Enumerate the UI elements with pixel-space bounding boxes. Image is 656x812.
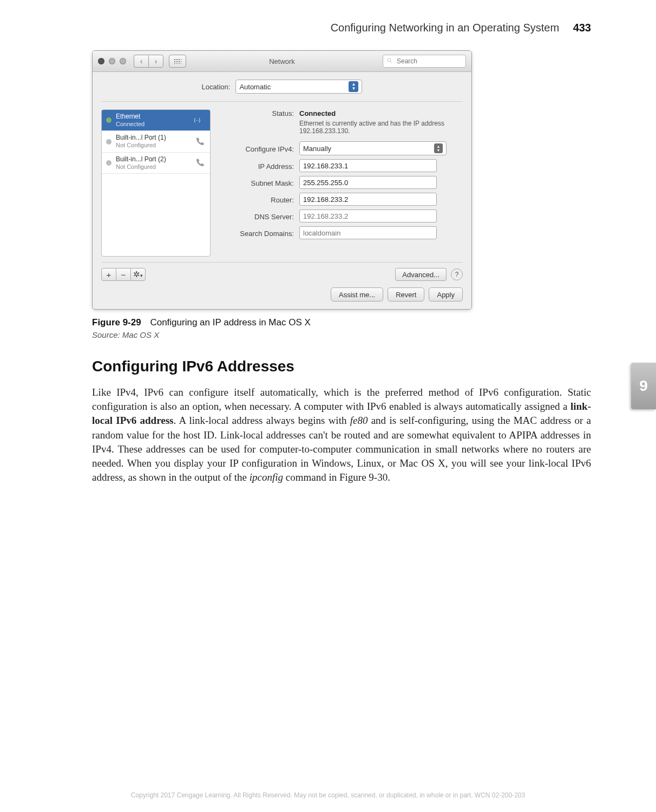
maximize-icon[interactable] xyxy=(120,58,126,64)
traffic-lights xyxy=(98,58,126,64)
chevron-updown-icon: ▲▼ xyxy=(349,81,358,92)
subnet-mask-input[interactable] xyxy=(299,176,437,189)
bottom-buttons: Assist me... Revert Apply xyxy=(93,287,471,309)
router-input[interactable] xyxy=(299,193,437,206)
chapter-tab: 9 xyxy=(631,363,656,409)
body-paragraph: Like IPv4, IPv6 can configure itself aut… xyxy=(92,385,591,485)
sidebar-item-label: Built-in...l Port (1) xyxy=(116,134,189,142)
svg-line-1 xyxy=(390,61,392,63)
sidebar-item-label: Ethernet xyxy=(116,113,189,121)
status-dot-icon xyxy=(106,139,111,145)
window-content: Location: Automatic ▲▼ Ethernet Connec xyxy=(93,72,471,287)
location-label: Location: xyxy=(202,83,231,91)
running-title: Configuring Networking in an Operating S… xyxy=(331,22,559,34)
section-heading: Configuring IPv6 Addresses xyxy=(92,358,591,375)
revert-button[interactable]: Revert xyxy=(388,287,424,302)
search-field-wrap[interactable] xyxy=(383,55,466,68)
grid-icon xyxy=(174,58,181,64)
ip-address-label: IP Address: xyxy=(218,161,299,171)
configure-ipv4-label: Configure IPv4: xyxy=(218,143,299,153)
apply-button[interactable]: Apply xyxy=(429,287,463,302)
close-icon[interactable] xyxy=(98,58,104,64)
window-titlebar: ‹ › Network xyxy=(93,51,471,72)
sidebar-item-status: Not Configured xyxy=(116,163,189,171)
body-span: Like IPv4, IPv6 can configure itself aut… xyxy=(92,387,591,412)
minus-icon: − xyxy=(121,270,126,279)
status-dot-icon xyxy=(106,117,111,123)
columns: Ethernet Connected ⟨··⟩ Built-in...l Por… xyxy=(101,109,463,257)
figure-label: Figure 9-29 xyxy=(92,317,141,328)
dns-server-label: DNS Server: xyxy=(218,211,299,221)
search-input[interactable] xyxy=(396,57,462,66)
term-fe80: fe80 xyxy=(350,415,368,426)
interface-details: Status: Connected Ethernet is currently … xyxy=(218,109,463,257)
sidebar-item-serial-port-2[interactable]: Built-in...l Port (2) Not Configured xyxy=(102,153,210,174)
svg-text:⟨··⟩: ⟨··⟩ xyxy=(194,118,201,123)
copyright-notice: Copyright 2017 Cengage Learning. All Rig… xyxy=(0,791,656,799)
assist-me-button[interactable]: Assist me... xyxy=(331,287,383,302)
configure-ipv4-value: Manually xyxy=(303,145,331,153)
sidebar-item-serial-port-1[interactable]: Built-in...l Port (1) Not Configured xyxy=(102,131,210,152)
figure-caption: Figure 9-29 Configuring an IP address in… xyxy=(92,317,591,328)
interface-sidebar: Ethernet Connected ⟨··⟩ Built-in...l Por… xyxy=(101,109,211,257)
running-head: Configuring Networking in an Operating S… xyxy=(92,22,591,34)
body-span: command in Figure 9-30. xyxy=(283,472,390,483)
chevron-updown-icon: ▲▼ xyxy=(434,143,443,153)
footer-row: + − ✲▾ Advanced... ? xyxy=(101,262,463,281)
plus-icon: + xyxy=(107,270,111,279)
show-all-button[interactable] xyxy=(169,55,186,68)
term-ipconfig: ipconfig xyxy=(250,472,283,483)
location-value: Automatic xyxy=(239,83,271,91)
chevron-right-icon: › xyxy=(155,57,158,66)
advanced-button[interactable]: Advanced... xyxy=(395,268,447,281)
ethernet-icon: ⟨··⟩ xyxy=(194,114,206,126)
dns-server-input[interactable] xyxy=(299,209,437,222)
network-preferences-window: ‹ › Network Locat xyxy=(92,50,472,310)
figure-source: Source: Mac OS X xyxy=(92,330,591,339)
chapter-number: 9 xyxy=(639,377,648,395)
svg-point-0 xyxy=(388,58,391,62)
status-label: Status: xyxy=(218,109,299,117)
search-domains-input[interactable] xyxy=(299,226,437,239)
nav-buttons: ‹ › xyxy=(134,55,163,68)
phone-icon xyxy=(194,136,206,148)
back-button[interactable]: ‹ xyxy=(134,55,148,68)
chevron-left-icon: ‹ xyxy=(140,57,143,66)
status-subtext: Ethernet is currently active and has the… xyxy=(299,120,451,135)
remove-interface-button[interactable]: − xyxy=(116,268,130,281)
phone-icon xyxy=(194,157,206,169)
body-span: . A link-local address always begins wit… xyxy=(173,415,350,426)
status-value: Connected xyxy=(299,109,463,117)
location-row: Location: Automatic ▲▼ xyxy=(101,80,463,102)
subnet-mask-label: Subnet Mask: xyxy=(218,178,299,187)
add-interface-button[interactable]: + xyxy=(101,268,116,281)
interface-actions-button[interactable]: ✲▾ xyxy=(130,268,146,281)
sidebar-item-ethernet[interactable]: Ethernet Connected ⟨··⟩ xyxy=(102,110,210,131)
sidebar-item-label: Built-in...l Port (2) xyxy=(116,156,189,163)
help-button[interactable]: ? xyxy=(451,269,463,280)
search-domains-label: Search Domains: xyxy=(218,228,299,238)
page-number: 433 xyxy=(573,22,591,34)
status-dot-icon xyxy=(106,160,111,166)
sidebar-item-status: Not Configured xyxy=(116,142,189,149)
ip-address-input[interactable] xyxy=(299,159,437,172)
figure-caption-text: Configuring an IP address in Mac OS X xyxy=(150,317,310,328)
minimize-icon[interactable] xyxy=(109,58,115,64)
configure-ipv4-select[interactable]: Manually ▲▼ xyxy=(299,141,447,155)
gear-icon: ✲▾ xyxy=(133,270,143,279)
search-icon xyxy=(386,57,393,66)
sidebar-controls: + − ✲▾ xyxy=(101,268,146,281)
router-label: Router: xyxy=(218,194,299,204)
sidebar-item-status: Connected xyxy=(116,121,189,128)
question-icon: ? xyxy=(455,271,459,278)
forward-button[interactable]: › xyxy=(148,55,163,68)
location-select[interactable]: Automatic ▲▼ xyxy=(235,80,362,94)
